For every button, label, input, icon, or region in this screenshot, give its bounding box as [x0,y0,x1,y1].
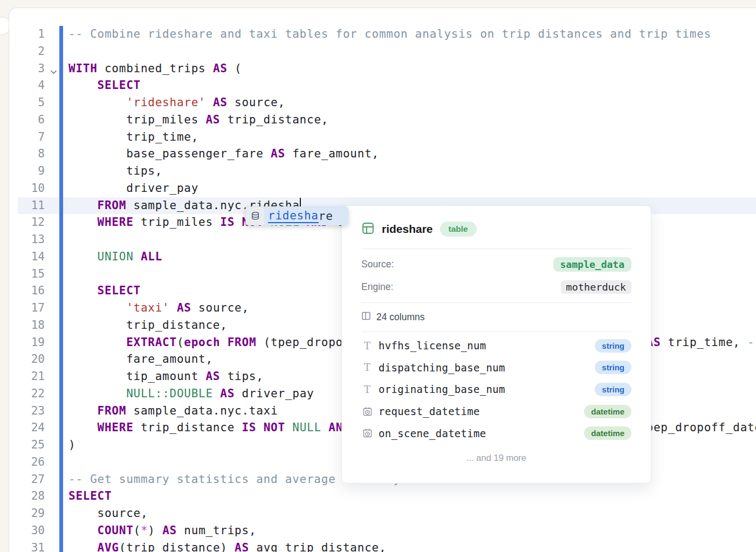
line-number: 6 [18,112,45,129]
code-line[interactable]: 8 base_passenger_fare AS fare_amount, [18,146,756,163]
line-number: 9 [18,163,45,180]
column-list: Thvfhs_license_numstringTdispatching_bas… [361,335,631,444]
gutter-accent-bar [59,437,63,454]
column-name: on_scene_datetime [379,427,486,439]
source-row: Source: sample_data [361,257,631,272]
gutter-accent-bar [59,77,63,94]
column-name: originating_base_num [379,383,505,395]
gutter-accent-bar [59,282,63,300]
line-number: 12 [18,214,45,231]
string-type-icon: T [361,384,373,395]
line-number: 21 [18,368,45,385]
sql-editor-screen: 1-- Combine rideshare and taxi tables fo… [0,0,756,552]
autocomplete-rest-text: re [319,210,333,223]
code-line[interactable]: 1-- Combine rideshare and taxi tables fo… [18,26,756,43]
gutter-accent-bar [59,471,63,488]
code-text: -- Combine rideshare and taxi tables for… [68,26,711,43]
gutter-accent-bar [59,214,63,231]
engine-value-badge: motherduck [561,280,631,294]
code-line[interactable]: 31 AVG(trip_distance) AS avg_trip_distan… [18,540,756,552]
code-text: tips, [68,163,162,180]
database-icon [245,206,264,225]
column-row: Thvfhs_license_numstring [361,335,631,357]
code-text: base_passenger_fare AS fare_amount, [68,146,379,163]
column-row: on_scene_datetimedatetime [361,422,631,444]
line-number: 20 [18,351,45,368]
line-number: 17 [18,300,45,317]
column-name: hvfhs_license_num [379,340,486,351]
autocomplete-matched-text: ridesha [268,209,319,223]
gutter-accent-bar [59,540,63,552]
gutter-accent-bar [59,385,63,403]
engine-label: Engine: [361,281,393,293]
code-line[interactable]: 7 trip_time, [18,129,756,146]
gutter-accent-bar [59,163,63,180]
gutter-accent-bar [59,231,63,249]
code-text: driver_pay [68,180,198,197]
line-number: 14 [18,249,45,266]
more-columns-text: ... and 19 more [361,453,631,463]
code-line[interactable]: 6 trip_miles AS trip_distance, [18,112,756,129]
code-line[interactable]: 10 driver_pay [18,180,756,197]
engine-row: Engine: motherduck [361,280,631,294]
code-line[interactable]: 28SELECT [18,488,756,505]
gutter-accent-bar [59,249,63,266]
gutter-accent-bar [59,129,63,146]
column-row: request_datetimedatetime [361,401,631,423]
code-text: 'rideshare' AS source, [68,94,285,112]
code-line[interactable]: 2 [18,43,756,60]
code-line[interactable]: 3WITH combined_trips AS ( [18,60,756,78]
table-info-card: rideshare table Source: sample_data Engi… [341,205,651,484]
code-text: trip_miles AS trip_distance, [68,112,328,129]
autocomplete-item-rideshare[interactable]: rideshare [264,206,348,225]
gutter-accent-bar [59,488,63,505]
column-type-badge: string [595,361,631,374]
gutter-accent-bar [59,368,63,385]
gutter-accent-bar [59,505,63,522]
code-text: COUNT(*) AS num_trips, [68,522,256,540]
line-number: 10 [18,180,45,197]
code-text: source, [68,505,148,522]
code-text: 'taxi' AS source, [68,300,249,317]
code-text: SELECT [68,282,141,300]
column-row: Toriginating_base_numstring [361,378,631,401]
code-line[interactable]: 5 'rideshare' AS source, [18,94,756,112]
divider [361,332,631,332]
code-text: NULL::DOUBLE AS driver_pay [68,385,314,403]
line-number: 8 [18,146,45,163]
gutter-accent-bar [59,43,63,60]
code-line[interactable]: 29 source, [18,505,756,522]
column-row: Tdispatching_base_numstring [361,357,631,379]
code-line[interactable]: 4 SELECT [18,77,756,94]
datetime-type-icon [361,406,373,417]
columns-count-text: 24 columns [376,312,425,323]
code-line[interactable]: 9 tips, [18,163,756,180]
gutter-accent-bar [59,300,63,317]
datetime-type-icon [361,428,373,438]
gutter-accent-bar [59,522,63,540]
line-number: 22 [18,385,45,403]
code-text: fare_amount, [68,351,213,368]
table-icon [361,222,375,237]
gutter-accent-bar [59,146,63,163]
gutter-accent-bar [59,26,63,43]
gutter-accent-bar [59,112,63,129]
source-value-badge: sample_data [553,257,631,272]
line-number: 15 [18,266,45,283]
line-number: 26 [18,454,45,471]
code-line[interactable]: 30 COUNT(*) AS num_trips, [18,522,756,540]
divider [361,249,631,249]
line-number: 19 [18,334,45,351]
gutter-accent-bar [59,266,63,283]
line-number: 29 [18,505,45,522]
gutter-accent-bar [59,180,63,197]
line-number: 27 [18,471,45,488]
code-text: UNION ALL [68,249,162,266]
code-text: trip_time, [68,129,198,146]
gutter-accent-bar [59,197,63,215]
source-label: Source: [361,259,394,270]
line-number: 1 [18,26,45,43]
gutter-accent-bar [59,351,63,368]
column-name: dispatching_base_num [379,362,505,374]
line-number: 3 [18,60,45,78]
